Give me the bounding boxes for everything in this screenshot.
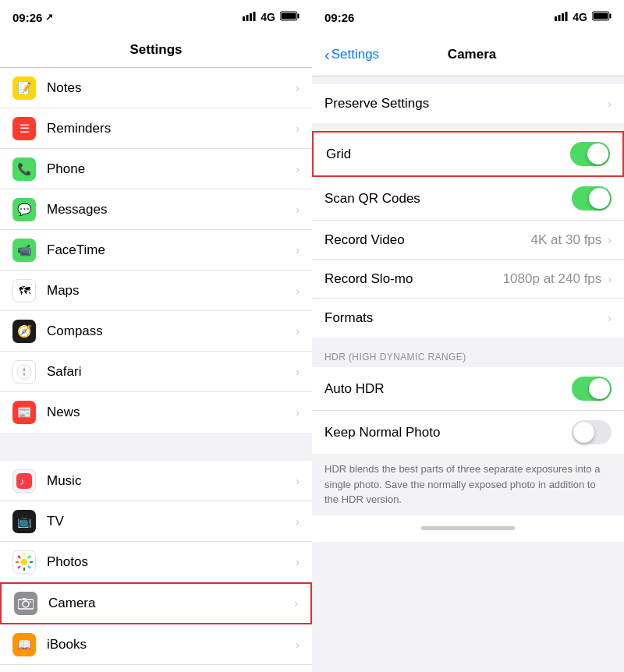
svg-text:♪: ♪	[20, 476, 25, 487]
svg-line-19	[18, 556, 20, 558]
phone-label: Phone	[47, 161, 296, 177]
facetime-label: FaceTime	[47, 242, 296, 258]
left-panel: 09:26 ↗ 4G Settings 📝 Notes ›	[0, 0, 312, 672]
location-icon: ↗	[45, 12, 53, 23]
compass-chevron: ›	[296, 325, 300, 338]
right-home-indicator	[421, 526, 515, 530]
maps-label: Maps	[47, 283, 296, 299]
list-item-photos[interactable]: Photos ›	[0, 542, 312, 582]
section-sep-1	[312, 76, 624, 84]
right-signal-icon	[555, 12, 568, 23]
svg-rect-33	[594, 13, 608, 19]
svg-rect-25	[23, 598, 26, 599]
svg-line-20	[28, 566, 30, 568]
news-icon: 📰	[12, 401, 36, 424]
svg-rect-29	[562, 13, 564, 21]
left-time: 09:26 ↗	[12, 11, 53, 24]
list-item-news[interactable]: 📰 News ›	[0, 392, 312, 433]
right-title: Camera	[379, 47, 565, 62]
tv-icon: 📺	[12, 510, 36, 533]
camera-label: Camera	[48, 596, 294, 611]
music-chevron: ›	[296, 475, 300, 487]
back-label: Settings	[332, 47, 379, 62]
keep-normal-photo-label: Keep Normal Photo	[324, 425, 572, 440]
camera-settings-list: Preserve Settings › Grid Scan QR Codes	[312, 76, 624, 672]
scan-qr-toggle-knob	[589, 188, 610, 209]
list-item-compass[interactable]: 🧭 Compass ›	[0, 311, 312, 352]
sep-2	[312, 123, 624, 131]
maps-chevron: ›	[296, 285, 300, 297]
record-video-row[interactable]: Record Video 4K at 30 fps ›	[312, 221, 624, 260]
formats-label: Formats	[324, 310, 608, 326]
signal-icon	[243, 12, 256, 23]
photos-label: Photos	[47, 554, 296, 570]
list-item-maps[interactable]: 🗺 Maps ›	[0, 271, 312, 311]
svg-rect-2	[250, 13, 252, 21]
list-item-podcasts[interactable]: 🎙 Podcasts ›	[0, 665, 312, 672]
svg-rect-5	[298, 14, 300, 19]
compass-icon: 🧭	[12, 320, 36, 343]
right-bottom-bar	[312, 515, 624, 542]
preserve-settings-chevron: ›	[608, 97, 612, 110]
news-chevron: ›	[296, 406, 300, 419]
record-slo-mo-row[interactable]: Record Slo-mo 1080p at 240 fps ›	[312, 260, 624, 299]
grid-label: Grid	[326, 147, 570, 162]
left-nav-header: Settings	[0, 34, 312, 68]
keep-normal-photo-toggle-knob	[573, 422, 594, 443]
reminders-label: Reminders	[47, 121, 296, 136]
left-title: Settings	[129, 42, 182, 57]
formats-row[interactable]: Formats ›	[312, 299, 624, 338]
scan-qr-toggle[interactable]	[572, 186, 612, 210]
svg-rect-0	[243, 16, 245, 21]
compass-label: Compass	[47, 324, 296, 339]
grid-toggle[interactable]	[570, 142, 610, 166]
list-item-safari[interactable]: Safari ›	[0, 352, 312, 392]
record-video-value: 4K at 30 fps	[531, 232, 602, 248]
svg-line-22	[18, 566, 20, 568]
svg-rect-27	[555, 16, 557, 21]
svg-rect-6	[282, 13, 296, 19]
list-item-reminders[interactable]: ☰ Reminders ›	[0, 108, 312, 149]
list-item-notes[interactable]: 📝 Notes ›	[0, 68, 312, 108]
list-item-messages[interactable]: 💬 Messages ›	[0, 189, 312, 230]
back-chevron-icon: ‹	[324, 47, 330, 62]
list-item-music[interactable]: ♪ Music ›	[0, 461, 312, 501]
grid-row[interactable]: Grid	[312, 131, 624, 177]
keep-normal-photo-toggle[interactable]	[572, 420, 612, 444]
network-label: 4G	[261, 11, 275, 23]
left-settings-list: 📝 Notes › ☰ Reminders › 📞 Phone ›	[0, 68, 312, 672]
record-video-chevron: ›	[608, 234, 612, 246]
camera-icon	[14, 592, 37, 615]
safari-label: Safari	[47, 364, 296, 380]
record-slo-mo-value: 1080p at 240 fps	[503, 271, 602, 287]
auto-hdr-toggle[interactable]	[572, 377, 612, 401]
hdr-description: HDR blends the best parts of three separ…	[312, 454, 624, 515]
settings-section-3: Auto HDR Keep Normal Photo	[312, 367, 624, 454]
reminders-chevron: ›	[296, 122, 300, 135]
scan-qr-label: Scan QR Codes	[324, 191, 572, 207]
notes-chevron: ›	[296, 82, 300, 94]
photos-chevron: ›	[296, 556, 300, 568]
svg-line-21	[28, 556, 30, 558]
list-item-tv[interactable]: 📺 TV ›	[0, 501, 312, 542]
left-status-bar: 09:26 ↗ 4G	[0, 0, 312, 34]
list-item-phone[interactable]: 📞 Phone ›	[0, 149, 312, 189]
record-slo-mo-label: Record Slo-mo	[324, 271, 503, 287]
preserve-settings-row[interactable]: Preserve Settings ›	[312, 84, 624, 123]
list-item-camera[interactable]: Camera ›	[0, 582, 312, 624]
ibooks-label: iBooks	[47, 637, 296, 653]
safari-chevron: ›	[296, 366, 300, 378]
svg-rect-1	[246, 15, 249, 21]
scan-qr-row[interactable]: Scan QR Codes	[312, 177, 624, 221]
formats-chevron: ›	[608, 312, 612, 324]
list-item-facetime[interactable]: 📹 FaceTime ›	[0, 230, 312, 271]
auto-hdr-label: Auto HDR	[324, 381, 572, 397]
tv-chevron: ›	[296, 515, 300, 528]
settings-section-2: Grid Scan QR Codes Record Video 4K at 30…	[312, 131, 624, 338]
keep-normal-photo-row[interactable]: Keep Normal Photo	[312, 411, 624, 454]
right-nav-header: ‹ Settings Camera	[312, 34, 624, 76]
back-button[interactable]: ‹ Settings	[324, 47, 379, 62]
list-item-ibooks[interactable]: 📖 iBooks ›	[0, 624, 312, 665]
messages-label: Messages	[47, 202, 296, 218]
auto-hdr-row[interactable]: Auto HDR	[312, 367, 624, 411]
